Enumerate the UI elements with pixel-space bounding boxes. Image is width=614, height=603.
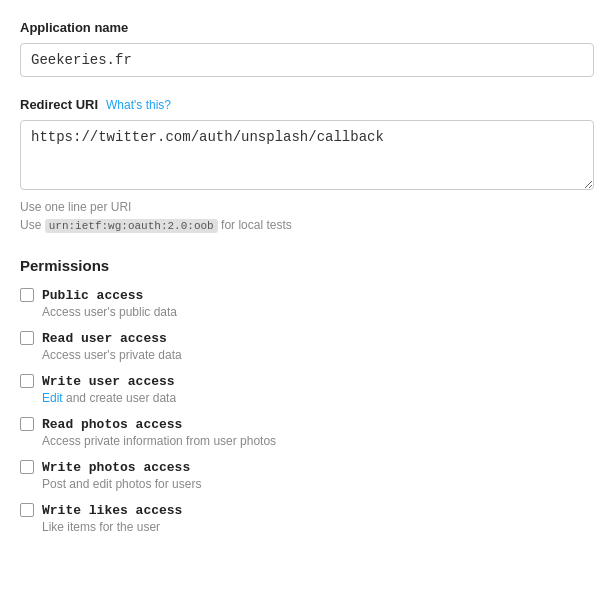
permission-write-user-checkbox[interactable] (20, 374, 34, 388)
edit-link: Edit (42, 391, 63, 405)
hint-line2-suffix: for local tests (218, 218, 292, 232)
whats-this-link[interactable]: What's this? (106, 98, 171, 112)
permission-write-likes: Write likes access Like items for the us… (20, 503, 594, 534)
app-name-label: Application name (20, 20, 594, 35)
redirect-uri-label-row: Redirect URI What's this? (20, 97, 594, 112)
permission-write-likes-row: Write likes access (20, 503, 594, 518)
permission-write-user-desc: Edit and create user data (42, 391, 594, 405)
redirect-uri-input[interactable]: https://twitter.com/auth/unsplash/callba… (20, 120, 594, 190)
permission-public-access-row: Public access (20, 288, 594, 303)
hint-line2-prefix: Use (20, 218, 45, 232)
permission-public-access-name: Public access (42, 288, 143, 303)
permission-public-access: Public access Access user's public data (20, 288, 594, 319)
permission-write-likes-checkbox[interactable] (20, 503, 34, 517)
redirect-uri-section: Redirect URI What's this? https://twitte… (20, 97, 594, 235)
permission-write-likes-desc: Like items for the user (42, 520, 594, 534)
permission-read-photos-row: Read photos access (20, 417, 594, 432)
permission-write-likes-name: Write likes access (42, 503, 182, 518)
permission-write-user: Write user access Edit and create user d… (20, 374, 594, 405)
hint-line1: Use one line per URI (20, 200, 131, 214)
permission-write-user-row: Write user access (20, 374, 594, 389)
redirect-uri-label: Redirect URI (20, 97, 98, 112)
permission-write-photos: Write photos access Post and edit photos… (20, 460, 594, 491)
permission-write-photos-checkbox[interactable] (20, 460, 34, 474)
permission-public-access-desc: Access user's public data (42, 305, 594, 319)
permission-read-user-checkbox[interactable] (20, 331, 34, 345)
permission-read-photos: Read photos access Access private inform… (20, 417, 594, 448)
permission-read-user-row: Read user access (20, 331, 594, 346)
permission-write-photos-name: Write photos access (42, 460, 190, 475)
redirect-uri-hints: Use one line per URI Use urn:ietf:wg:oau… (20, 198, 594, 235)
permission-write-photos-row: Write photos access (20, 460, 594, 475)
permission-write-user-name: Write user access (42, 374, 175, 389)
app-name-section: Application name (20, 20, 594, 77)
permission-read-photos-name: Read photos access (42, 417, 182, 432)
permission-read-user: Read user access Access user's private d… (20, 331, 594, 362)
permissions-section: Permissions Public access Access user's … (20, 257, 594, 534)
permission-public-access-checkbox[interactable] (20, 288, 34, 302)
permissions-title: Permissions (20, 257, 594, 274)
permission-write-photos-desc: Post and edit photos for users (42, 477, 594, 491)
permission-read-user-name: Read user access (42, 331, 167, 346)
hint-code: urn:ietf:wg:oauth:2.0:oob (45, 219, 218, 233)
permission-read-photos-checkbox[interactable] (20, 417, 34, 431)
permission-read-user-desc: Access user's private data (42, 348, 594, 362)
app-name-input[interactable] (20, 43, 594, 77)
permission-read-photos-desc: Access private information from user pho… (42, 434, 594, 448)
